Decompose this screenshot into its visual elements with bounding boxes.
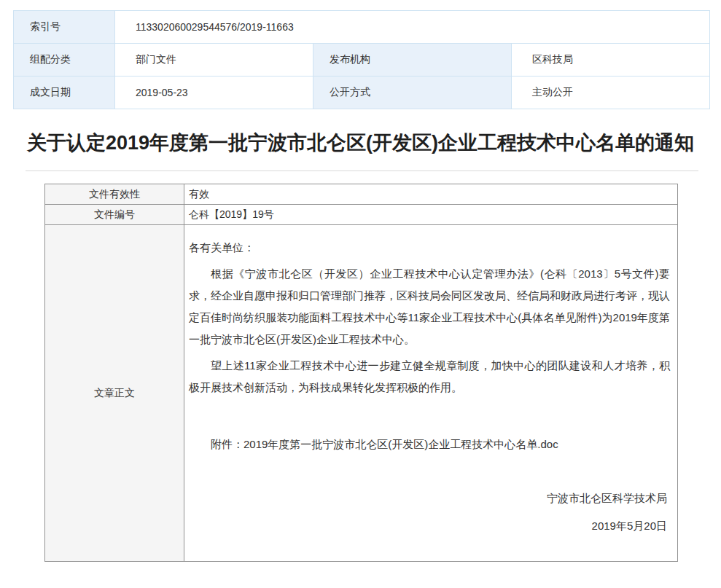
disclosure-mode-label: 公开方式 xyxy=(313,77,512,109)
issue-date-label: 成文日期 xyxy=(14,77,115,109)
disclosure-mode-value: 主动公开 xyxy=(512,77,710,109)
article-body: 各有关单位： 根据《宁波市北仑区（开发区）企业工程技术中心认定管理办法》(仑科〔… xyxy=(184,225,678,562)
document-table: 文件有效性 有效 文件编号 仑科【2019】19号 文章正文 各有关单位： 根据… xyxy=(44,184,678,562)
doc-number-value: 仑科【2019】19号 xyxy=(184,205,678,225)
title-divider xyxy=(26,170,698,171)
publisher-value: 区科技局 xyxy=(512,44,710,77)
index-number-value: 113302060029544576/2019-11663 xyxy=(115,11,710,44)
table-row: 索引号 113302060029544576/2019-11663 xyxy=(14,11,710,44)
attachment-link[interactable]: 附件：2019年度第一批宁波市北仑区(开发区)企业工程技术中心名单.doc xyxy=(189,434,670,455)
table-row: 文章正文 各有关单位： 根据《宁波市北仑区（开发区）企业工程技术中心认定管理办法… xyxy=(45,225,678,562)
validity-label: 文件有效性 xyxy=(45,184,184,205)
doc-number-label: 文件编号 xyxy=(45,205,184,225)
signature-agency: 宁波市北仑区科学技术局 xyxy=(189,487,670,509)
validity-value: 有效 xyxy=(184,184,678,205)
salutation: 各有关单位： xyxy=(189,237,670,259)
body-label: 文章正文 xyxy=(45,225,184,562)
table-row: 成文日期 2019-05-23 公开方式 主动公开 xyxy=(14,77,710,109)
publisher-label: 发布机构 xyxy=(313,44,512,77)
metadata-table: 索引号 113302060029544576/2019-11663 组配分类 部… xyxy=(13,10,710,109)
table-row: 组配分类 部门文件 发布机构 区科技局 xyxy=(14,44,710,77)
body-paragraph-1: 根据《宁波市北仑区（开发区）企业工程技术中心认定管理办法》(仑科〔2013〕5号… xyxy=(189,263,670,350)
table-row: 文件编号 仑科【2019】19号 xyxy=(45,205,678,225)
index-number-label: 索引号 xyxy=(14,11,115,44)
page-title: 关于认定2019年度第一批宁波市北仑区(开发区)企业工程技术中心名单的通知 xyxy=(26,128,695,157)
category-value: 部门文件 xyxy=(115,44,313,77)
category-label: 组配分类 xyxy=(14,44,115,77)
body-paragraph-2: 望上述11家企业工程技术中心进一步建立健全规章制度，加快中心的团队建设和人才培养… xyxy=(189,355,670,399)
table-row: 文件有效性 有效 xyxy=(45,184,678,205)
signature-date: 2019年5月20日 xyxy=(189,515,670,537)
issue-date-value: 2019-05-23 xyxy=(115,77,313,109)
